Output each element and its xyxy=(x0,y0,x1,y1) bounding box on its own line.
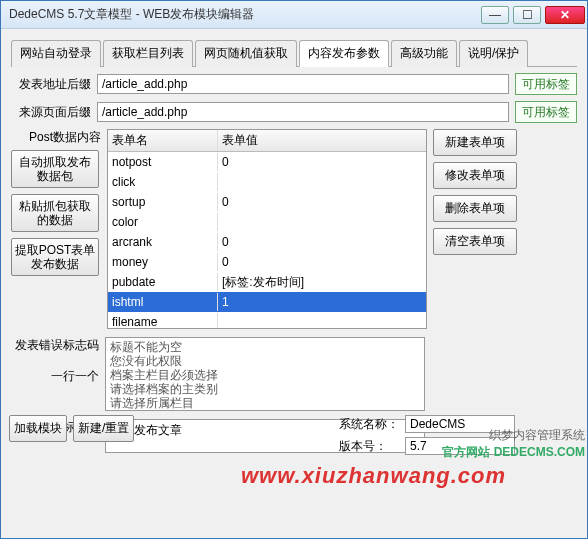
post-right-buttons: 新建表单项修改表单项删除表单项清空表单项 xyxy=(433,129,517,329)
cell-value: 0 xyxy=(218,193,426,211)
post-left-button-1[interactable]: 粘贴抓包获取的数据 xyxy=(11,194,99,232)
tab-0[interactable]: 网站自动登录 xyxy=(11,40,101,67)
minimize-button[interactable]: — xyxy=(481,6,509,24)
table-row[interactable]: ishtml1 xyxy=(108,292,426,312)
table-row[interactable]: arcrank0 xyxy=(108,232,426,252)
cell-name: color xyxy=(108,213,218,231)
load-module-button[interactable]: 加载模块 xyxy=(9,415,67,442)
footer-logo: 织梦内容管理系统 官方网站 DEDECMS.COM xyxy=(442,427,585,461)
error-sublabel: 一行一个 xyxy=(51,369,99,383)
post-data-label: Post数据内容 xyxy=(11,129,101,146)
maximize-icon: ☐ xyxy=(522,8,533,22)
post-right-button-0[interactable]: 新建表单项 xyxy=(433,129,517,156)
col-form-value: 表单值 xyxy=(218,130,426,151)
minimize-icon: — xyxy=(489,8,501,22)
client-area: 网站自动登录获取栏目列表网页随机值获取内容发布参数高级功能说明/保护 发表地址后… xyxy=(1,29,587,463)
cell-name: click xyxy=(108,173,218,191)
window-buttons: — ☐ ✕ xyxy=(479,6,587,24)
error-label-text: 发表错误标志码 xyxy=(15,338,99,352)
table-row[interactable]: pubdate[标签:发布时间] xyxy=(108,272,426,292)
cell-value xyxy=(218,320,426,324)
tab-4[interactable]: 高级功能 xyxy=(391,40,457,67)
tab-2[interactable]: 网页随机值获取 xyxy=(195,40,297,67)
available-tags-button-1[interactable]: 可用标签 xyxy=(515,73,577,95)
cell-value: 0 xyxy=(218,233,426,251)
cell-value: 0 xyxy=(218,153,426,171)
table-row[interactable]: click xyxy=(108,172,426,192)
cell-name: notpost xyxy=(108,153,218,171)
post-right-button-3[interactable]: 清空表单项 xyxy=(433,228,517,255)
footer-line1: 织梦内容管理系统 xyxy=(489,428,585,442)
cell-name: sortup xyxy=(108,193,218,211)
table-row[interactable]: money0 xyxy=(108,252,426,272)
tab-1[interactable]: 获取栏目列表 xyxy=(103,40,193,67)
close-icon: ✕ xyxy=(560,8,570,22)
cell-name: filename xyxy=(108,313,218,329)
post-table-header: 表单名 表单值 xyxy=(108,130,426,152)
titlebar: DedeCMS 5.7文章模型 - WEB发布模块编辑器 — ☐ ✕ xyxy=(1,1,587,29)
table-row[interactable]: sortup0 xyxy=(108,192,426,212)
post-left-button-2[interactable]: 提取POST表单发布数据 xyxy=(11,238,99,276)
table-row[interactable]: color xyxy=(108,212,426,232)
error-code-label: 发表错误标志码 一行一个 xyxy=(11,337,99,411)
new-reset-button[interactable]: 新建/重置 xyxy=(73,415,134,442)
error-code-textarea[interactable]: 标题不能为空 您没有此权限 档案主栏目必须选择 请选择档案的主类别 请选择所属栏… xyxy=(105,337,425,411)
post-table[interactable]: 表单名 表单值 notpost0clicksortup0colorarcrank… xyxy=(107,129,427,329)
post-left-buttons: 自动抓取发布数据包粘贴抓包获取的数据提取POST表单发布数据 xyxy=(11,150,99,282)
cell-value: 1 xyxy=(218,293,426,311)
table-row[interactable]: notpost0 xyxy=(108,152,426,172)
window-title: DedeCMS 5.7文章模型 - WEB发布模块编辑器 xyxy=(9,6,479,23)
watermark: www.xiuzhanwang.com xyxy=(241,463,506,489)
cell-name: arcrank xyxy=(108,233,218,251)
system-name-label: 系统名称： xyxy=(339,416,399,433)
cell-name: pubdate xyxy=(108,273,218,291)
post-left-button-0[interactable]: 自动抓取发布数据包 xyxy=(11,150,99,188)
maximize-button[interactable]: ☐ xyxy=(513,6,541,24)
post-data-block: Post数据内容 自动抓取发布数据包粘贴抓包获取的数据提取POST表单发布数据 … xyxy=(11,129,577,329)
cell-name: money xyxy=(108,253,218,271)
cell-value: 0 xyxy=(218,253,426,271)
cell-value: [标签:发布时间] xyxy=(218,272,426,293)
tab-3[interactable]: 内容发布参数 xyxy=(299,40,389,67)
footer-line2: 官方网站 DEDECMS.COM xyxy=(442,445,585,459)
cell-value xyxy=(218,180,426,184)
close-button[interactable]: ✕ xyxy=(545,6,585,24)
post-right-button-2[interactable]: 删除表单项 xyxy=(433,195,517,222)
cell-name: ishtml xyxy=(108,293,218,311)
post-right-button-1[interactable]: 修改表单项 xyxy=(433,162,517,189)
table-row[interactable]: filename xyxy=(108,312,426,329)
referer-suffix-input[interactable] xyxy=(97,102,509,122)
tab-bar: 网站自动登录获取栏目列表网页随机值获取内容发布参数高级功能说明/保护 xyxy=(11,39,577,67)
publish-url-suffix-label: 发表地址后缀 xyxy=(11,76,91,93)
available-tags-button-2[interactable]: 可用标签 xyxy=(515,101,577,123)
cell-value xyxy=(218,220,426,224)
referer-suffix-label: 来源页面后缀 xyxy=(11,104,91,121)
version-label: 版本号： xyxy=(339,438,399,455)
publish-url-suffix-input[interactable] xyxy=(97,74,509,94)
tab-5[interactable]: 说明/保护 xyxy=(459,40,528,67)
window: DedeCMS 5.7文章模型 - WEB发布模块编辑器 — ☐ ✕ 网站自动登… xyxy=(0,0,588,539)
col-form-name: 表单名 xyxy=(108,130,218,151)
